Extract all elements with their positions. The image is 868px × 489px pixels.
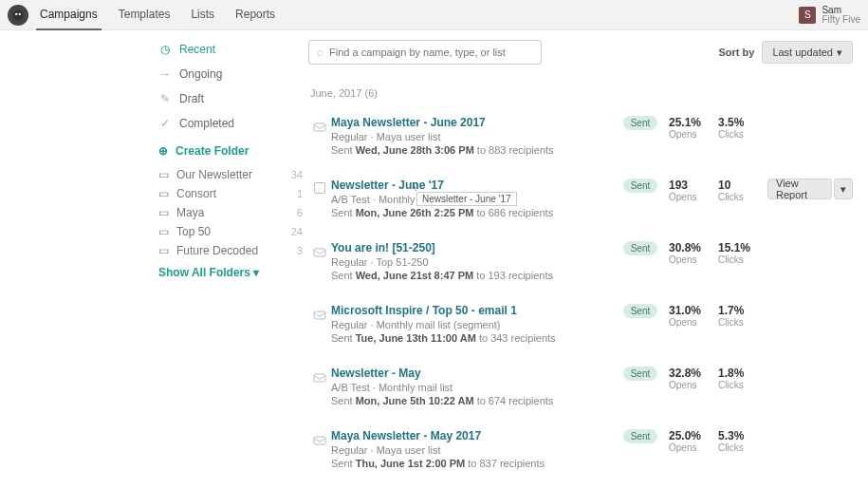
campaign-meta: Regular · Top 51-250 <box>331 256 612 268</box>
clicks-value: 1.7% <box>718 304 767 317</box>
create-folder-button[interactable]: ⊕ Create Folder <box>158 144 308 158</box>
campaign-row: Newsletter - June '17A/B Test · Monthly … <box>308 169 853 232</box>
filter-draft[interactable]: ✎ Draft <box>158 89 308 108</box>
folder-icon: ▭ <box>158 187 169 200</box>
row-checkbox[interactable] <box>314 182 325 194</box>
clicks-value: 3.5% <box>718 116 767 129</box>
nav-campaigns[interactable]: Campaigns <box>36 0 102 30</box>
campaign-title[interactable]: Newsletter - June '17 <box>331 179 612 192</box>
app-logo[interactable] <box>8 5 28 26</box>
opens-value: 25.1% <box>669 116 718 129</box>
clicks-label: Clicks <box>718 380 767 390</box>
search-icon: ⌕ <box>317 46 323 59</box>
svg-point-0 <box>12 9 24 21</box>
clicks-label: Clicks <box>718 254 767 265</box>
campaign-row: Newsletter - MayA/B Test · Monthly mail … <box>308 357 853 420</box>
campaign-row: Maya Newsletter - June 2017Regular · May… <box>308 106 853 169</box>
opens-value: 32.8% <box>669 367 718 380</box>
campaign-title[interactable]: You are in! [51-250] <box>331 241 612 254</box>
opens-label: Opens <box>669 254 718 265</box>
campaign-title[interactable]: Maya Newsletter - May 2017 <box>331 429 612 442</box>
row-actions-dropdown[interactable]: ▾ <box>834 179 853 199</box>
folder-label: Consort <box>176 187 216 200</box>
section-label-june: June, 2017 (6) <box>310 87 853 99</box>
sort-by-label: Sort by <box>718 47 754 58</box>
opens-label: Opens <box>669 380 718 390</box>
folder-maya[interactable]: ▭ Maya 6 <box>158 203 308 222</box>
folder-icon: ▭ <box>158 168 169 181</box>
clicks-value: 1.8% <box>718 367 767 380</box>
opens-label: Opens <box>669 317 718 328</box>
campaign-meta: Regular · Monthly mail list (segment) <box>331 319 612 330</box>
filter-label: Ongoing <box>179 67 222 81</box>
show-all-folders[interactable]: Show All Folders ▾ <box>158 266 308 279</box>
clicks-value: 15.1% <box>718 241 767 254</box>
user-meta: Sam Fifty Five <box>822 6 860 25</box>
folder-label: Maya <box>176 206 204 219</box>
folder-our-newsletter[interactable]: ▭ Our Newsletter 34 <box>158 165 308 184</box>
opens-label: Opens <box>669 442 718 453</box>
avatar: S <box>799 7 816 24</box>
status-badge: Sent <box>623 367 658 381</box>
nav-lists[interactable]: Lists <box>187 0 218 30</box>
folder-top50[interactable]: ▭ Top 50 24 <box>158 222 308 241</box>
envelope-icon <box>312 433 327 451</box>
sort-selected: Last updated <box>772 47 833 58</box>
campaign-title[interactable]: Newsletter - May <box>331 367 612 380</box>
campaign-title[interactable]: Microsoft Inspire / Top 50 - email 1 <box>331 304 612 317</box>
chevron-down-icon: ▾ <box>837 47 842 59</box>
filter-label: Draft <box>179 92 204 105</box>
campaign-row: You are in! [51-250]Regular · Top 51-250… <box>308 232 853 294</box>
search-input[interactable] <box>329 47 533 58</box>
folder-count: 1 <box>297 188 308 199</box>
topbar: Campaigns Templates Lists Reports S Sam … <box>0 0 868 30</box>
envelope-icon <box>312 245 327 263</box>
clicks-label: Clicks <box>718 129 767 140</box>
folder-icon: ▭ <box>158 225 169 238</box>
opens-value: 25.0% <box>669 429 718 442</box>
campaign-meta: Regular · Maya user list <box>331 444 612 456</box>
hover-tooltip: Newsletter - June '17 <box>416 192 517 206</box>
arrow-right-icon: → <box>158 67 172 81</box>
filter-completed[interactable]: ✓ Completed <box>158 114 308 133</box>
clicks-label: Clicks <box>718 317 767 328</box>
campaign-sent-line: Sent Mon, June 26th 2:25 PM to 686 recip… <box>331 207 612 218</box>
svg-rect-7 <box>314 437 325 444</box>
sidebar: ◷ Recent → Ongoing ✎ Draft ✓ Completed ⊕… <box>147 40 308 489</box>
status-badge: Sent <box>623 241 658 255</box>
nav-reports[interactable]: Reports <box>231 0 279 30</box>
folder-count: 24 <box>291 226 308 237</box>
show-all-label: Show All Folders <box>158 266 250 279</box>
folder-count: 34 <box>291 169 308 180</box>
filter-recent[interactable]: ◷ Recent <box>158 40 308 59</box>
campaign-meta: A/B Test · Monthly mail list <box>331 382 612 393</box>
filter-ongoing[interactable]: → Ongoing <box>158 65 308 84</box>
envelope-icon <box>312 120 327 138</box>
campaign-title[interactable]: Maya Newsletter - June 2017 <box>331 116 612 129</box>
monkey-icon <box>11 9 25 22</box>
clock-icon: ◷ <box>158 43 172 56</box>
user-menu[interactable]: S Sam Fifty Five <box>799 6 860 25</box>
folder-label: Future Decoded <box>176 244 258 257</box>
envelope-icon <box>312 370 327 388</box>
chevron-down-icon: ▾ <box>253 266 259 279</box>
opens-value: 193 <box>669 179 718 192</box>
svg-rect-4 <box>314 249 325 256</box>
svg-point-2 <box>19 12 21 14</box>
sort-dropdown[interactable]: Last updated ▾ <box>762 41 853 64</box>
folder-count: 6 <box>297 207 308 218</box>
create-folder-label: Create Folder <box>175 144 249 158</box>
campaign-sent-line: Sent Tue, June 13th 11:00 AM to 343 reci… <box>331 332 612 344</box>
folder-future-decoded[interactable]: ▭ Future Decoded 3 <box>158 241 308 260</box>
svg-rect-3 <box>314 123 325 131</box>
view-report-button[interactable]: View Report <box>767 179 832 199</box>
campaign-sent-line: Sent Wed, June 28th 3:06 PM to 883 recip… <box>331 144 612 156</box>
svg-rect-5 <box>314 311 325 319</box>
folder-consort[interactable]: ▭ Consort 1 <box>158 184 308 203</box>
svg-rect-6 <box>314 374 325 382</box>
filter-label: Completed <box>179 117 234 130</box>
status-badge: Sent <box>623 116 658 130</box>
clicks-label: Clicks <box>718 192 767 202</box>
nav-templates[interactable]: Templates <box>115 0 175 30</box>
opens-value: 30.8% <box>669 241 718 254</box>
